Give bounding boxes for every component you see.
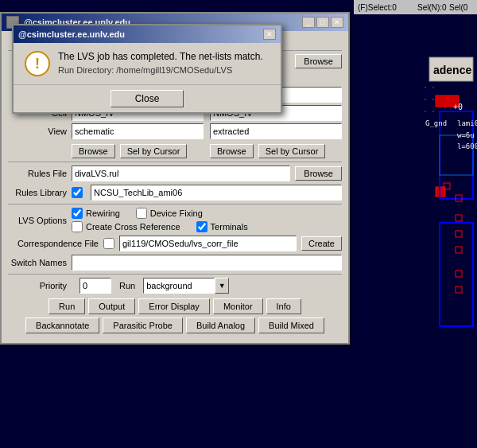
alert-message: The LVS job has completed. The net-lists… bbox=[58, 51, 270, 62]
terminals-text: Terminals bbox=[211, 222, 248, 232]
alert-title: @csimcluster.ee.unlv.edu bbox=[18, 29, 125, 39]
rules-library-input[interactable] bbox=[91, 185, 342, 201]
alert-body: ! The LVS job has completed. The net-lis… bbox=[14, 43, 281, 84]
browse2-button[interactable]: Browse bbox=[210, 144, 254, 158]
correspondence-label: Correspondence File bbox=[8, 239, 103, 248]
parasitic-probe-button[interactable]: Parasitic Probe bbox=[103, 317, 183, 333]
rewiring-label[interactable]: Rewiring bbox=[72, 208, 120, 219]
view-label: View bbox=[8, 127, 72, 136]
sel-cursor1-button[interactable]: Sel by Cursor bbox=[120, 144, 188, 158]
device-fixing-text: Device Fixing bbox=[150, 208, 203, 218]
monitor-button[interactable]: Monitor bbox=[213, 298, 263, 314]
cross-ref-checkbox[interactable] bbox=[72, 221, 83, 232]
alert-footer: Close bbox=[14, 84, 281, 112]
divider3 bbox=[8, 274, 342, 275]
netlist-buttons-row: Browse Sel by Cursor Browse Sel by Curso… bbox=[8, 142, 342, 158]
svg-text:w=6u: w=6u bbox=[457, 131, 475, 139]
svg-text:Sel(N):0: Sel(N):0 bbox=[417, 3, 447, 12]
priority-label: Priority bbox=[8, 281, 72, 290]
window-close-button[interactable]: ✕ bbox=[331, 17, 343, 28]
alert-close-button[interactable]: Close bbox=[111, 90, 184, 107]
correspondence-checkbox-label[interactable] bbox=[103, 238, 114, 249]
alert-sub-text: Run Directory: /home/mgill19/CMOSedu/LVS bbox=[58, 65, 270, 75]
output-button[interactable]: Output bbox=[88, 298, 135, 314]
svg-text:+0: +0 bbox=[453, 103, 463, 111]
svg-text:adence: adence bbox=[433, 64, 471, 76]
maximize-button[interactable]: □ bbox=[316, 17, 329, 28]
rules-file-label: Rules File bbox=[8, 169, 72, 178]
sel-cursor2-button[interactable]: Sel by Cursor bbox=[258, 144, 326, 158]
rules-library-label: Rules Library bbox=[8, 188, 72, 197]
switch-names-row: Switch Names bbox=[8, 255, 342, 271]
svg-text:lami06: lami06 bbox=[457, 119, 477, 127]
schematic-view-input[interactable] bbox=[72, 123, 204, 139]
alert-title-close-button[interactable]: ✕ bbox=[263, 29, 276, 40]
toolbar-browse-button[interactable]: Browse bbox=[295, 54, 342, 68]
run-mode-dropdown-arrow[interactable]: ▼ bbox=[215, 278, 229, 294]
run-label: Run bbox=[119, 281, 135, 290]
run-button[interactable]: Run bbox=[48, 298, 85, 314]
svg-text:Sel(0: Sel(0 bbox=[449, 3, 468, 12]
alert-title-bar: @csimcluster.ee.unlv.edu ✕ bbox=[14, 25, 281, 43]
correspondence-row: Correspondence File Create bbox=[8, 236, 342, 251]
svg-text:l=600: l=600 bbox=[457, 142, 477, 150]
priority-row: Priority Run ▼ bbox=[8, 278, 342, 294]
view-row: View bbox=[8, 123, 342, 139]
run-mode-input[interactable] bbox=[143, 278, 215, 294]
bottom-buttons-row1: Run Output Error Display Monitor Info bbox=[8, 298, 342, 314]
rules-library-checkbox-label[interactable] bbox=[72, 187, 83, 198]
build-mixed-button[interactable]: Build Mixed bbox=[258, 317, 324, 333]
cross-ref-label[interactable]: Create Cross Reference bbox=[72, 221, 180, 232]
terminals-label[interactable]: Terminals bbox=[196, 221, 248, 232]
divider2 bbox=[8, 204, 342, 205]
lvs-options-label: LVS Options bbox=[8, 216, 72, 225]
rules-file-browse-button[interactable]: Browse bbox=[295, 166, 342, 181]
build-analog-button[interactable]: Build Analog bbox=[186, 317, 255, 333]
svg-rect-7 bbox=[436, 95, 447, 107]
correspondence-input[interactable] bbox=[119, 236, 297, 251]
device-fixing-label[interactable]: Device Fixing bbox=[136, 208, 203, 219]
browse1-button[interactable]: Browse bbox=[72, 144, 115, 158]
circuit-overlay: (F)Select:0 Sel(N):0 Sel(0 adence +0 G_g… bbox=[354, 0, 477, 448]
terminals-checkbox[interactable] bbox=[196, 221, 207, 232]
priority-input[interactable] bbox=[80, 278, 111, 294]
rewiring-checkbox[interactable] bbox=[72, 208, 83, 219]
backannotate-button[interactable]: Backannotate bbox=[25, 317, 99, 333]
svg-point-14 bbox=[425, 99, 426, 100]
error-display-button[interactable]: Error Display bbox=[138, 298, 210, 314]
cross-ref-text: Create Cross Reference bbox=[86, 222, 180, 232]
rules-library-checkbox[interactable] bbox=[72, 187, 83, 198]
svg-point-12 bbox=[425, 87, 426, 88]
lvs-options-row: LVS Options Rewiring Device Fixing C bbox=[8, 208, 342, 232]
svg-text:G_gnd: G_gnd bbox=[425, 119, 447, 127]
minimize-button[interactable]: _ bbox=[302, 17, 315, 28]
rules-file-input[interactable] bbox=[72, 166, 290, 181]
alert-dialog: @csimcluster.ee.unlv.edu ✕ ! The LVS job… bbox=[12, 24, 282, 114]
bottom-buttons-row2: Backannotate Parasitic Probe Build Analo… bbox=[8, 317, 342, 333]
svg-text:(F)Select:0: (F)Select:0 bbox=[358, 3, 397, 12]
svg-point-13 bbox=[432, 87, 434, 88]
create-button[interactable]: Create bbox=[301, 236, 342, 251]
switch-names-input[interactable] bbox=[72, 255, 342, 271]
device-fixing-checkbox[interactable] bbox=[136, 208, 147, 219]
alert-warning-icon: ! bbox=[25, 51, 50, 76]
correspondence-checkbox[interactable] bbox=[103, 238, 114, 249]
svg-point-16 bbox=[425, 111, 426, 112]
rewiring-text: Rewiring bbox=[86, 208, 120, 218]
rules-file-row: Rules File Browse bbox=[8, 166, 342, 181]
extracted-view-input[interactable] bbox=[210, 123, 342, 139]
switch-names-label: Switch Names bbox=[8, 258, 72, 267]
alert-text-area: The LVS job has completed. The net-lists… bbox=[58, 51, 270, 75]
info-button[interactable]: Info bbox=[266, 298, 301, 314]
svg-point-17 bbox=[432, 111, 434, 112]
divider1 bbox=[8, 162, 342, 162]
rules-library-row: Rules Library bbox=[8, 185, 342, 201]
svg-point-15 bbox=[432, 99, 434, 100]
